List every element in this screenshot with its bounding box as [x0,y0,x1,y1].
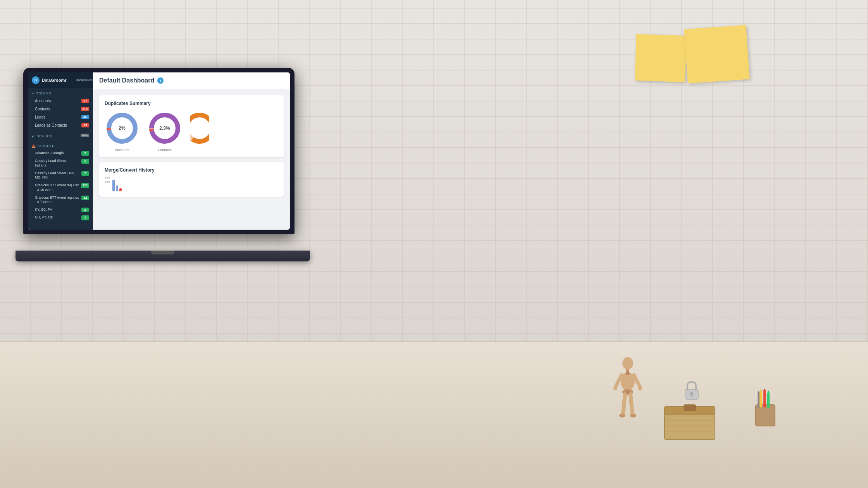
importr-item-5[interactable]: KY, SC, PA 2 [28,206,93,214]
svg-line-3 [615,375,622,387]
importr-item-2[interactable]: Cassidy Lead Sheet - NV, MD, NM 5 [28,170,93,182]
importr-section-label: 📥 IMPORTR [28,141,93,149]
svg-point-0 [622,357,633,369]
lock-decoration [682,380,701,401]
accounts-donut-label: Accounts [115,148,129,152]
wooden-box-decoration [663,395,717,442]
sidebar-header: D DataGroomr Professional [28,72,93,88]
svg-rect-22 [691,394,692,397]
svg-line-8 [623,394,625,414]
laptop-screen: D DataGroomr Professional ✂ TRIMMR Accou… [23,68,294,234]
svg-rect-28 [767,392,770,408]
laptop-hinge [151,251,174,254]
svg-rect-16 [684,405,696,411]
sidebar-item-leads-as-contacts[interactable]: Leads as Contacts 83 [28,121,93,129]
sticky-note-2 [684,25,749,84]
dashboard-title: Default Dashboard [99,77,154,84]
importr-badge-6: 1 [81,215,89,220]
contacts-donut: 2.3% [147,111,182,146]
svg-point-13 [626,390,630,394]
dashboard-header: Default Dashboard i [93,72,290,89]
sticky-note-1 [635,34,687,82]
logo-text: DataGroomr [42,78,67,82]
contacts-badge: 318 [81,107,89,111]
svg-line-4 [634,375,640,387]
importr-item-0[interactable]: Arkansas, Georgia 7 [28,149,93,157]
main-body: Duplicates Summary [93,89,290,230]
leads-donut [190,111,209,146]
plan-label: Professional [76,78,93,82]
merge-history-chart: 120 100 [105,176,278,191]
app-screen: D DataGroomr Professional ✂ TRIMMR Accou… [28,72,290,230]
svg-line-9 [630,394,632,414]
importr-badge-4: 32 [81,196,89,200]
laptop: D DataGroomr Professional ✂ TRIMMR Accou… [16,68,310,269]
svg-point-12 [626,371,630,375]
svg-marker-25 [760,389,762,391]
leads-contacts-badge: 83 [81,123,89,127]
svg-point-5 [613,387,617,390]
importr-badge-5: 2 [81,208,89,212]
importr-item-4[interactable]: Granicus BTT event reg.xlsx - 4-7 event … [28,194,93,206]
brushr-icon: 🖌 [32,134,35,138]
duplicates-card: Duplicates Summary [99,95,284,157]
svg-rect-23 [756,405,775,426]
importr-item-6[interactable]: NH, VT, ME 1 [28,214,93,222]
leads-donut-wrapper [190,111,209,146]
importr-item-3[interactable]: Granicus BTT event reg.xlsx - 3-16 event… [28,182,93,194]
trimmr-section-label: ✂ TRIMMR [28,88,93,97]
merge-history-title: Merge/Convert History [105,167,278,173]
contacts-donut-wrapper: 2.3% Contacts [147,111,182,152]
importr-badge-0: 7 [81,151,89,156]
contacts-donut-text: 2.3% [159,125,170,131]
svg-rect-30 [758,393,760,408]
mannequin-decoration [612,356,643,426]
svg-marker-31 [758,391,760,393]
svg-rect-26 [763,390,766,407]
contacts-donut-label: Contacts [158,148,172,152]
desk-surface [0,341,868,488]
accounts-donut-text: 2% [119,125,125,131]
leads-badge: 4k [81,115,89,119]
beta-badge: beta [81,134,89,137]
accounts-badge: 97 [81,99,89,103]
importr-icon: 📥 [32,144,36,148]
brushr-section: 🖌 BRUSHR beta [28,129,93,141]
svg-marker-29 [767,390,770,392]
svg-marker-27 [763,389,766,390]
sidebar-item-leads[interactable]: Leads 4k [28,113,93,121]
main-content: Default Dashboard i Duplicates Summary [93,72,290,230]
sidebar-item-contacts[interactable]: Contacts 318 [28,105,93,113]
trimmr-icon: ✂ [32,92,35,95]
chart-y-max: 120 [105,176,110,179]
duplicates-title: Duplicates Summary [105,101,278,106]
sidebar-item-accounts[interactable]: Accounts 97 [28,97,93,105]
importr-badge-1: 2 [81,159,89,163]
svg-rect-24 [760,391,762,407]
sidebar: D DataGroomr Professional ✂ TRIMMR Accou… [28,72,93,230]
importr-badge-3: 120 [81,183,89,188]
info-icon[interactable]: i [157,77,164,84]
laptop-base [16,251,310,261]
importr-item-1[interactable]: Cassidy Lead Sheet - Indiana 2 [28,157,93,169]
brushr-section-label: 🖌 BRUSHR [32,131,53,139]
chart-y-mid: 100 [105,180,110,184]
accounts-donut-wrapper: 2% Accounts [105,111,140,152]
accounts-donut: 2% [105,111,140,146]
importr-badge-2: 5 [81,171,89,176]
duplicates-charts-row: 2% Accounts [105,111,278,152]
svg-point-6 [638,387,642,390]
pencil-cup-decoration [752,389,779,428]
svg-point-11 [630,414,636,418]
merge-history-card: Merge/Convert History 120 100 [99,162,284,197]
logo-icon: D [32,76,40,84]
svg-point-10 [619,414,625,418]
